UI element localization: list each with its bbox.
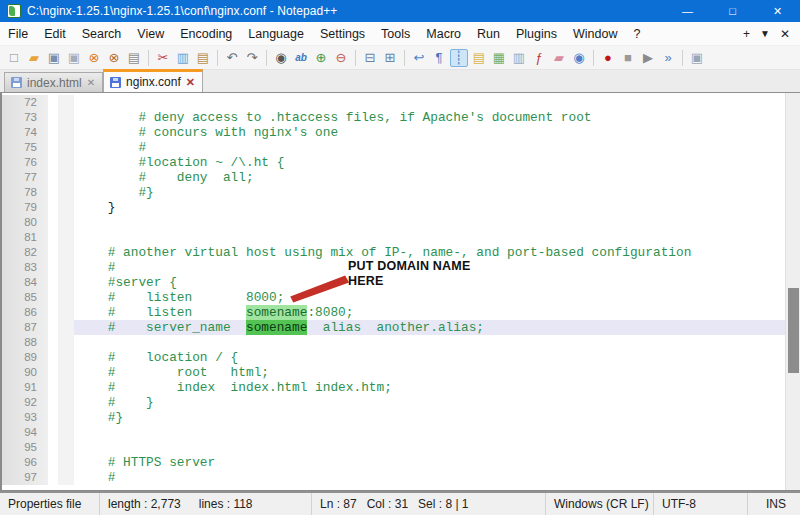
play-macro-icon[interactable]: ▶ — [639, 49, 657, 67]
editor-area[interactable]: 7273 # deny access to .htaccess files, i… — [0, 93, 800, 491]
line-number: 90 — [2, 365, 48, 380]
status-eol-format[interactable]: Windows (CR LF) — [546, 493, 654, 515]
line-text: # } — [74, 395, 785, 410]
editor-line[interactable]: 78 #} — [2, 185, 785, 200]
menu-item-macro[interactable]: Macro — [418, 24, 469, 44]
copy-icon[interactable]: ▥ — [174, 49, 192, 67]
editor-line[interactable]: 77 # deny all; — [2, 170, 785, 185]
tab-index-html[interactable]: index.html✕ — [4, 72, 103, 92]
menu-item-file[interactable]: File — [0, 24, 36, 44]
tab-close-icon[interactable]: ✕ — [87, 77, 95, 88]
menu-item-[interactable]: ? — [625, 24, 648, 44]
close-document-button[interactable]: ✕ — [780, 27, 790, 41]
cut-icon[interactable]: ✂ — [154, 49, 172, 67]
status-doc-type: Properties file — [0, 493, 100, 515]
editor-line[interactable]: 81 — [2, 230, 785, 245]
zoom-in-icon[interactable]: ⊕ — [312, 49, 330, 67]
run-macro-multiple-icon[interactable]: » — [659, 49, 677, 67]
menu-item-run[interactable]: Run — [469, 24, 508, 44]
line-number: 93 — [2, 410, 48, 425]
scrollbar-thumb[interactable] — [788, 288, 799, 373]
vertical-scrollbar[interactable] — [785, 93, 800, 490]
editor-line[interactable]: 73 # deny access to .htaccess files, if … — [2, 110, 785, 125]
fold-margin — [58, 335, 74, 350]
open-folder-icon[interactable]: ▰ — [25, 49, 43, 67]
tab-nginx-conf[interactable]: nginx.conf✕ — [103, 69, 203, 92]
editor-line[interactable]: 87 # server_name somename alias another.… — [2, 320, 785, 335]
gutter-gap — [48, 110, 58, 125]
fold-margin — [58, 215, 74, 230]
print-icon[interactable]: ▤ — [125, 49, 143, 67]
editor-line[interactable]: 85 # listen 8000; — [2, 290, 785, 305]
gutter-gap — [48, 365, 58, 380]
monitoring-icon[interactable]: ◉ — [570, 49, 588, 67]
document-switcher-icon[interactable]: ▥ — [510, 49, 528, 67]
editor-line[interactable]: 79 } — [2, 200, 785, 215]
stop-macro-icon[interactable]: ■ — [619, 49, 637, 67]
editor-line[interactable]: 96 # HTTPS server — [2, 455, 785, 470]
close-file-icon[interactable]: ⊗ — [85, 49, 103, 67]
close-button[interactable]: ✕ — [755, 0, 800, 22]
menu-item-encoding[interactable]: Encoding — [172, 24, 240, 44]
zoom-out-icon[interactable]: ⊖ — [332, 49, 350, 67]
menu-item-settings[interactable]: Settings — [312, 24, 373, 44]
fold-margin — [58, 380, 74, 395]
menu-item-tools[interactable]: Tools — [373, 24, 418, 44]
menu-item-plugins[interactable]: Plugins — [508, 24, 565, 44]
editor-line[interactable]: 91 # index index.html index.htm; — [2, 380, 785, 395]
menu-item-window[interactable]: Window — [565, 24, 625, 44]
editor-line[interactable]: 86 # listen somename:8080; — [2, 305, 785, 320]
menu-item-search[interactable]: Search — [74, 24, 130, 44]
replace-icon[interactable]: ab — [292, 49, 310, 67]
document-map-icon[interactable]: ▦ — [490, 49, 508, 67]
menu-item-view[interactable]: View — [129, 24, 172, 44]
menu-item-edit[interactable]: Edit — [36, 24, 74, 44]
editor-line[interactable]: 82 # another virtual host using mix of I… — [2, 245, 785, 260]
sync-horizontal-icon[interactable]: ⊞ — [381, 49, 399, 67]
folder-as-workspace-icon[interactable]: ▰ — [550, 49, 568, 67]
editor-line[interactable]: 72 — [2, 95, 785, 110]
editor-line[interactable]: 89 # location / { — [2, 350, 785, 365]
editor-lines[interactable]: 7273 # deny access to .htaccess files, i… — [2, 95, 785, 485]
minimize-button[interactable]: — — [665, 0, 710, 22]
editor-line[interactable]: 94 — [2, 425, 785, 440]
save-all-icon[interactable]: ▣ — [65, 49, 83, 67]
tab-list-dropdown[interactable]: ▼ — [760, 28, 770, 39]
gutter-gap — [48, 275, 58, 290]
word-wrap-icon[interactable]: ↩ — [410, 49, 428, 67]
editor-line[interactable]: 74 # concurs with nginx's one — [2, 125, 785, 140]
fold-margin — [58, 140, 74, 155]
status-encoding[interactable]: UTF-8 — [654, 493, 748, 515]
redo-icon[interactable]: ↷ — [243, 49, 261, 67]
save-macro-icon[interactable]: ▣ — [688, 49, 706, 67]
editor-line[interactable]: 93 #} — [2, 410, 785, 425]
status-insert-mode[interactable]: INS — [748, 493, 800, 515]
editor-line[interactable]: 80 — [2, 215, 785, 230]
editor-line[interactable]: 90 # root html; — [2, 365, 785, 380]
maximize-button[interactable]: □ — [710, 0, 755, 22]
undo-icon[interactable]: ↶ — [223, 49, 241, 67]
sync-vertical-icon[interactable]: ⊟ — [361, 49, 379, 67]
record-macro-icon[interactable]: ● — [599, 49, 617, 67]
find-icon[interactable]: ◉ — [272, 49, 290, 67]
title-bar: C:\nginx-1.25.1\nginx-1.25.1\conf\nginx.… — [0, 0, 800, 22]
new-file-icon[interactable]: □ — [5, 49, 23, 67]
editor-line[interactable]: 88 — [2, 335, 785, 350]
function-completion-icon[interactable]: ▤ — [470, 49, 488, 67]
editor-line[interactable]: 95 — [2, 440, 785, 455]
new-tab-button[interactable]: + — [743, 27, 750, 41]
status-cursor-position[interactable]: Ln : 87 Col : 31 Sel : 8 | 1 — [312, 493, 546, 515]
function-list-icon[interactable]: ƒ — [530, 49, 548, 67]
paste-icon[interactable]: ▤ — [194, 49, 212, 67]
close-all-icon[interactable]: ⊗ — [105, 49, 123, 67]
line-number: 77 — [2, 170, 48, 185]
tab-close-icon[interactable]: ✕ — [186, 76, 195, 89]
indent-guide-icon[interactable]: ┊ — [450, 49, 468, 67]
editor-line[interactable]: 92 # } — [2, 395, 785, 410]
editor-line[interactable]: 76 #location ~ /\.ht { — [2, 155, 785, 170]
editor-line[interactable]: 75 # — [2, 140, 785, 155]
show-all-characters-icon[interactable]: ¶ — [430, 49, 448, 67]
editor-line[interactable]: 97 # — [2, 470, 785, 485]
menu-item-language[interactable]: Language — [240, 24, 312, 44]
save-icon[interactable]: ▣ — [45, 49, 63, 67]
